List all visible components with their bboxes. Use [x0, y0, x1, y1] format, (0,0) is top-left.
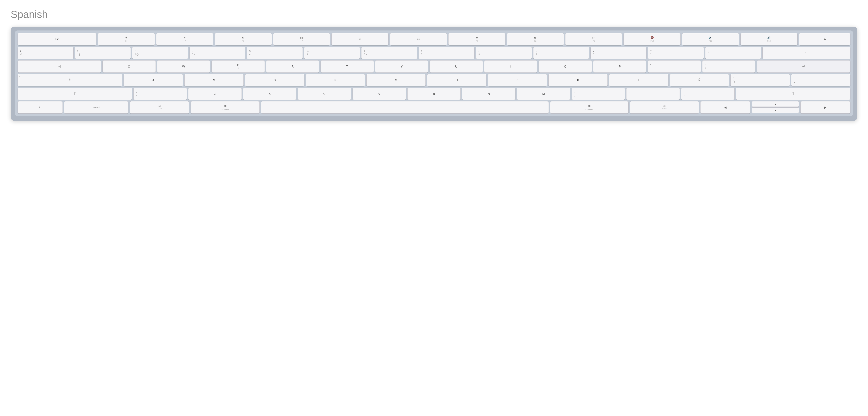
key-backspace[interactable]: ← — [763, 47, 850, 59]
key-m[interactable]: M — [517, 88, 570, 100]
key-f9[interactable]: ⏭ F9 — [565, 33, 622, 45]
key-f11[interactable]: 🔉 F11 — [682, 33, 739, 45]
key-lessthan[interactable]: > < — [133, 88, 187, 100]
key-f12[interactable]: 🔊 F12 — [740, 33, 798, 45]
key-x[interactable]: X — [243, 88, 297, 100]
key-arrow-up[interactable]: ▲ — [752, 101, 799, 107]
key-v[interactable]: V — [352, 88, 406, 100]
key-f4[interactable]: ⊞⊞ F4 — [273, 33, 330, 45]
key-r[interactable]: R — [266, 60, 319, 73]
key-8[interactable]: ( 8 — [476, 47, 532, 59]
key-q[interactable]: Q — [102, 60, 156, 73]
fn-row: esc ☀ F1 ✦ F2 ⊡ F3 ⊞⊞ F4 F5 F6 — [18, 33, 850, 45]
key-f10[interactable]: 🔇 F10 — [623, 33, 681, 45]
key-n[interactable]: N — [462, 88, 516, 100]
key-space[interactable] — [261, 101, 549, 113]
key-esc[interactable]: esc — [18, 33, 96, 45]
key-bracket-l[interactable]: ^ ` [ — [648, 60, 701, 73]
key-caps-lock[interactable]: • ⇪ — [18, 74, 122, 86]
key-a[interactable]: A — [124, 74, 183, 86]
key-6[interactable]: & 6 ¬ — [361, 47, 417, 59]
key-l[interactable]: L — [609, 74, 668, 86]
key-minus[interactable]: _ - — [681, 88, 735, 100]
key-k[interactable]: K — [548, 74, 608, 86]
key-acute[interactable]: ¨ ´ { — [731, 74, 790, 86]
key-e[interactable]: E € — [212, 60, 265, 73]
keyboard-inner: esc ☀ F1 ✦ F2 ⊡ F3 ⊞⊞ F4 F5 F6 — [15, 31, 853, 116]
key-exclaim[interactable]: ¿ ¡ — [705, 47, 761, 59]
key-f5[interactable]: F5 — [331, 33, 389, 45]
key-shift-right[interactable]: ⇧ — [736, 88, 850, 100]
bottom-row: fn control alt option ⌘ command ⌘ comman… — [18, 101, 850, 113]
key-tab[interactable]: →| — [18, 60, 101, 73]
key-period[interactable]: : . — [626, 88, 680, 100]
key-return[interactable]: ↵ — [756, 60, 850, 73]
key-comma[interactable]: ; , — [571, 88, 625, 100]
key-i[interactable]: I — [484, 60, 537, 73]
key-7[interactable]: / 7 — [418, 47, 475, 59]
key-f6[interactable]: F6 — [390, 33, 447, 45]
key-f8[interactable]: ⏯ F8 — [507, 33, 564, 45]
key-5[interactable]: % 5 — [304, 47, 360, 59]
key-f7[interactable]: ⏮ F7 — [448, 33, 505, 45]
key-f2[interactable]: ✦ F2 — [156, 33, 213, 45]
key-0[interactable]: = 0 — [590, 47, 647, 59]
key-3[interactable]: · 3 # — [189, 47, 246, 59]
key-c[interactable]: C — [298, 88, 351, 100]
key-fn[interactable]: fn — [18, 101, 63, 113]
key-alt-right[interactable]: alt option — [630, 101, 699, 113]
qwerty-row: →| Q W E € R T Y U — [18, 60, 850, 73]
key-quote[interactable]: ? ' — [648, 47, 704, 59]
key-z[interactable]: Z — [188, 88, 242, 100]
key-alt-left[interactable]: alt option — [130, 101, 189, 113]
key-control[interactable]: control — [64, 101, 128, 113]
key-f[interactable]: F — [306, 74, 365, 86]
key-9[interactable]: ) 9 — [533, 47, 589, 59]
key-shift-left[interactable]: ⇧ — [18, 88, 132, 100]
key-arrow-down[interactable]: ▼ — [752, 107, 799, 113]
keyboard: esc ☀ F1 ✦ F2 ⊡ F3 ⊞⊞ F4 F5 F6 — [11, 27, 857, 121]
key-arrow-right[interactable]: ▶ — [800, 101, 850, 113]
key-arrow-updown: ▲ ▼ — [752, 101, 799, 113]
key-2[interactable]: " 2 @ — [132, 47, 188, 59]
key-bracket-r[interactable]: * + ] — [702, 60, 755, 73]
asdf-row: • ⇪ A S D F G H J — [18, 74, 850, 86]
key-eject[interactable]: ⏏ — [799, 33, 850, 45]
key-u[interactable]: U — [430, 60, 483, 73]
key-g[interactable]: G — [366, 74, 426, 86]
key-t[interactable]: T — [320, 60, 374, 73]
number-row: a̋ º \ ! 1 | " 2 @ · 3 # — [18, 47, 850, 59]
key-d[interactable]: D — [245, 74, 304, 86]
key-cedilla[interactable]: .. Ç } — [791, 74, 850, 86]
key-arrow-left[interactable]: ◀ — [700, 101, 750, 113]
key-f3[interactable]: ⊡ F3 — [215, 33, 272, 45]
key-4[interactable]: $ 4 — [247, 47, 303, 59]
key-s[interactable]: S — [184, 74, 244, 86]
key-w[interactable]: W — [157, 60, 210, 73]
key-j[interactable]: J — [488, 74, 547, 86]
key-o[interactable]: O — [538, 60, 592, 73]
key-p[interactable]: P — [593, 60, 647, 73]
key-y[interactable]: Y — [375, 60, 429, 73]
key-grave[interactable]: a̋ º \ — [18, 47, 73, 59]
key-h[interactable]: H — [427, 74, 486, 86]
key-command-right[interactable]: ⌘ command — [550, 101, 629, 113]
key-1[interactable]: ! 1 | — [75, 47, 131, 59]
page-title: Spanish — [11, 8, 857, 20]
zxcv-row: ⇧ > < Z X C V B — [18, 88, 850, 100]
key-command-left[interactable]: ⌘ command — [190, 101, 260, 113]
key-b[interactable]: B — [407, 88, 461, 100]
key-ntilde[interactable]: Ñ — [670, 74, 729, 86]
key-f1[interactable]: ☀ F1 — [98, 33, 155, 45]
